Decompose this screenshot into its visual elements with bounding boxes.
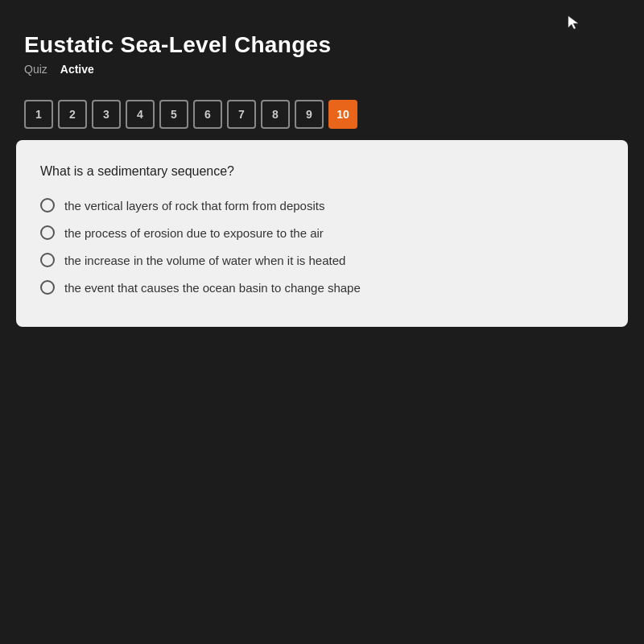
radio-4[interactable] — [40, 280, 55, 295]
answer-label-4: the event that causes the ocean basin to… — [64, 281, 361, 295]
radio-2[interactable] — [40, 225, 55, 240]
cursor-icon — [567, 14, 580, 31]
answer-label-3: the increase in the volume of water when… — [64, 254, 345, 267]
answer-options: the vertical layers of rock that form fr… — [40, 198, 604, 295]
question-card: What is a sedimentary sequence? the vert… — [16, 140, 628, 327]
answer-option-2[interactable]: the process of erosion due to exposure t… — [40, 225, 604, 240]
question-numbers-row: 1 2 3 4 5 6 7 8 9 10 — [0, 89, 644, 140]
page-title: Eustatic Sea-Level Changes — [24, 32, 620, 58]
question-btn-7[interactable]: 7 — [227, 100, 256, 129]
question-btn-10[interactable]: 10 — [328, 100, 357, 129]
question-btn-4[interactable]: 4 — [126, 100, 155, 129]
answer-label-2: the process of erosion due to exposure t… — [64, 226, 324, 240]
question-btn-6[interactable]: 6 — [193, 100, 222, 129]
question-btn-2[interactable]: 2 — [58, 100, 87, 129]
active-label: Active — [60, 63, 94, 76]
question-btn-8[interactable]: 8 — [261, 100, 290, 129]
question-btn-9[interactable]: 9 — [295, 100, 324, 129]
radio-3[interactable] — [40, 253, 55, 267]
question-btn-3[interactable]: 3 — [92, 100, 121, 129]
header: Eustatic Sea-Level Changes Quiz Active — [0, 0, 644, 89]
answer-option-1[interactable]: the vertical layers of rock that form fr… — [40, 198, 604, 213]
question-btn-1[interactable]: 1 — [24, 100, 53, 129]
answer-option-4[interactable]: the event that causes the ocean basin to… — [40, 280, 604, 295]
answer-label-1: the vertical layers of rock that form fr… — [64, 199, 324, 213]
quiz-label: Quiz — [24, 63, 47, 76]
answer-option-3[interactable]: the increase in the volume of water when… — [40, 253, 604, 267]
screen: Eustatic Sea-Level Changes Quiz Active 1… — [0, 0, 644, 644]
question-text: What is a sedimentary sequence? — [40, 164, 604, 179]
question-btn-5[interactable]: 5 — [159, 100, 188, 129]
subtitle-row: Quiz Active — [24, 63, 620, 76]
radio-1[interactable] — [40, 198, 55, 213]
